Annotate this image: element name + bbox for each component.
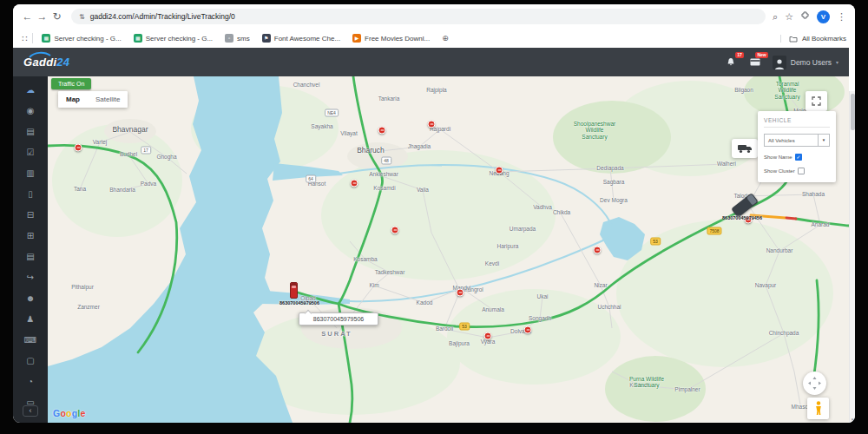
bookmark-item[interactable]: ▫sms: [225, 34, 250, 43]
incident-dash-icon: [486, 335, 490, 337]
traffic-incident-marker[interactable]: [524, 326, 532, 334]
bookmark-item[interactable]: ▦Server checking - G...: [134, 34, 213, 43]
traffic-incident-marker[interactable]: [378, 127, 386, 135]
scrollbar-thumb[interactable]: [851, 94, 855, 130]
truck-icon: [738, 144, 753, 154]
forward-icon[interactable]: →: [35, 4, 49, 29]
sidebar-item-users[interactable]: ♟: [13, 308, 48, 329]
map-type-satellite[interactable]: Satellite: [88, 91, 128, 108]
select-arrow-icon[interactable]: ▼: [818, 135, 829, 146]
messages-button[interactable]: New: [748, 56, 762, 69]
kebab-menu-icon[interactable]: ⋮: [837, 4, 846, 29]
traffic-incident-marker[interactable]: [496, 167, 503, 174]
map-label: Bhandaria: [109, 187, 135, 193]
vehicle-panel-toggle-button[interactable]: [732, 139, 758, 158]
traffic-incident-marker[interactable]: [484, 332, 492, 340]
notification-badge: 17: [735, 52, 744, 58]
map-label: Kadod: [417, 299, 433, 306]
show-name-row: Show Name ✓: [764, 154, 830, 161]
traffic-incident-marker[interactable]: [351, 180, 358, 187]
notifications-button[interactable]: 17: [724, 56, 738, 69]
sidebar-item-wallet[interactable]: ⊟: [13, 204, 48, 225]
sidebar-item-monitor[interactable]: ▢: [13, 350, 48, 371]
url-bar[interactable]: ⇅ gaddi24.com/Admin/Tracking/LiveTrackin…: [71, 9, 766, 24]
zoom-icon[interactable]: ⌕: [773, 4, 778, 29]
back-icon[interactable]: ←: [20, 4, 35, 29]
vehicle-panel-title: VEHICLE: [764, 117, 830, 128]
traffic-incident-marker[interactable]: [457, 289, 464, 297]
show-cluster-checkbox[interactable]: [798, 168, 805, 174]
map-label: Pimpalner: [674, 386, 700, 392]
map-label: Dev Mogra: [600, 197, 628, 203]
sidebar-item-dashboard[interactable]: ☁: [13, 79, 48, 100]
sidebar-item-history[interactable]: ◔: [13, 371, 48, 391]
user-menu[interactable]: Demo Users ▾: [773, 56, 838, 69]
bookmark-favicon-icon: ▦: [42, 34, 50, 43]
all-bookmarks[interactable]: All Bookmarks: [780, 35, 846, 43]
sidebar-item-devices[interactable]: ▯: [13, 183, 48, 204]
bookmark-item[interactable]: ▦Server checking - G...: [42, 34, 121, 43]
traffic-incident-marker[interactable]: [75, 144, 82, 152]
divider: [32, 33, 33, 43]
street-view-pegman[interactable]: [807, 398, 829, 419]
users-icon: ♟: [27, 314, 35, 324]
sidebar-item-routes[interactable]: ↪: [13, 266, 48, 287]
sidebar-item-reports[interactable]: ▤: [13, 121, 48, 141]
all-bookmarks-label: All Bookmarks: [802, 35, 846, 43]
traffic-incident-marker[interactable]: [594, 247, 602, 254]
incident-dash-icon: [595, 249, 599, 251]
monitor-icon: ▢: [26, 356, 34, 365]
site-settings-icon[interactable]: ⇅: [79, 13, 85, 21]
live-tracking-icon: ◉: [27, 106, 35, 115]
traffic-toggle-button[interactable]: Traffic On: [51, 78, 91, 89]
sidebar-item-calendar[interactable]: ⊞: [13, 225, 48, 246]
url-text: gaddi24.com/Admin/Tracking/LiveTracking/…: [90, 12, 235, 21]
bookmark-star-icon[interactable]: ☆: [785, 4, 793, 29]
map-label: Tadkeshwar: [375, 269, 405, 275]
scrollbar-down-arrow[interactable]: ▾: [850, 417, 855, 422]
map-label: Ukai: [536, 293, 548, 299]
sidebar-item-documents[interactable]: ▥: [13, 162, 48, 183]
show-name-checkbox[interactable]: ✓: [795, 154, 802, 161]
app-logo[interactable]: Gaddi24: [23, 56, 69, 69]
page-scrollbar[interactable]: ▾: [849, 91, 855, 423]
extensions-icon[interactable]: [800, 9, 810, 24]
new-badge: New: [755, 52, 767, 58]
incident-dash-icon: [497, 169, 501, 171]
bookmark-item[interactable]: ⚑Font Awesome Che...: [262, 34, 340, 43]
sidebar-collapse-button[interactable]: ‹: [23, 405, 38, 417]
vehicle-info-window[interactable]: 863070045979506: [299, 312, 378, 326]
vehicle-select[interactable]: All Vehicles ▼: [764, 134, 830, 147]
bookmark-favicon-icon: ⚑: [262, 34, 271, 43]
map-label: Umarpada: [510, 226, 536, 232]
route-shield: 64: [306, 175, 316, 183]
live-tracking-map[interactable]: BhavnagarVartejBudhelGhoghaPadvaBhandari…: [48, 76, 849, 423]
map-label: Shahada: [802, 191, 825, 197]
bookmarks-bar: ∷ ▦Server checking - G...▦Server checkin…: [13, 29, 855, 48]
traffic-incident-marker[interactable]: [391, 227, 399, 234]
map-label: Chanchvel: [293, 82, 320, 88]
incident-dash-icon: [380, 129, 384, 131]
bookmark-item[interactable]: ▶Free Movies Downl...: [352, 34, 430, 43]
sidebar-item-driver[interactable]: ☻: [13, 287, 48, 308]
fullscreen-button[interactable]: [806, 91, 827, 111]
bookmark-label: sms: [237, 35, 250, 43]
map-label: Zanzmer: [77, 304, 100, 310]
map-type-map[interactable]: Map: [58, 91, 88, 108]
sidebar-item-tasks[interactable]: ☑: [13, 141, 48, 162]
profile-avatar[interactable]: V: [817, 10, 830, 23]
tasks-icon: ☑: [27, 148, 35, 157]
vehicle-marker-1[interactable]: [290, 282, 298, 299]
traffic-incident-marker[interactable]: [428, 121, 436, 128]
globe-bookmark-icon[interactable]: ⊕: [442, 34, 449, 43]
user-avatar: [773, 56, 786, 69]
sidebar-item-live-tracking[interactable]: ◉: [13, 100, 48, 121]
laptop-icon: ⌨: [24, 335, 36, 345]
tab-groups-icon[interactable]: ∷: [22, 34, 27, 43]
pan-control[interactable]: [803, 372, 826, 395]
map-label: Vilayat: [340, 130, 357, 136]
reload-icon[interactable]: ↻: [49, 4, 64, 29]
vehicle-select-value: All Vehicles: [765, 135, 818, 146]
sidebar-item-laptop[interactable]: ⌨: [13, 329, 48, 350]
sidebar-item-invoices[interactable]: ▤: [13, 246, 48, 266]
